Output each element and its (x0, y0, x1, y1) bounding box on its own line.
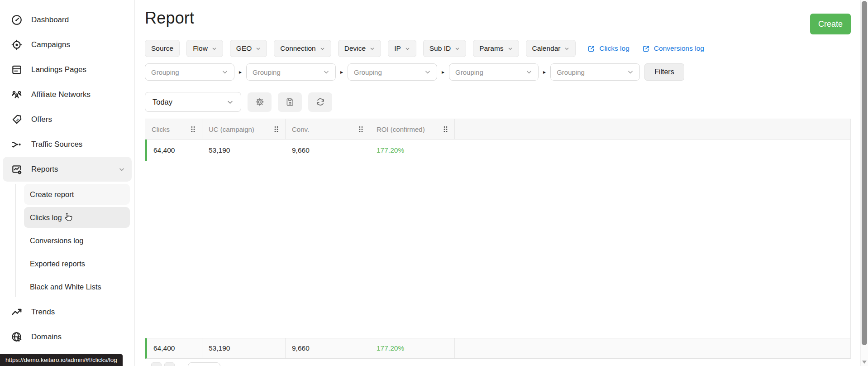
subitem-label: Conversions log (30, 236, 83, 245)
total-clicks: 64,400 (147, 338, 202, 358)
filter-chip-source[interactable]: Source (145, 40, 180, 57)
scrollbar-down-arrow-icon[interactable] (862, 361, 867, 364)
grouping-select-2[interactable]: Grouping (246, 63, 336, 81)
sidebar-item-campaigns[interactable]: Campaigns (3, 32, 132, 57)
column-header-clicks[interactable]: Clicks (145, 119, 202, 139)
report-table: Clicks UC (campaign) Conv. ROI (confirme… (145, 119, 851, 366)
cell-roi-confirmed: 177.20% (370, 146, 455, 154)
filter-chip-connection[interactable]: Connection (274, 40, 331, 57)
trends-icon (11, 306, 23, 318)
reports-submenu: Create report Clicks log Conversions log… (15, 184, 130, 297)
drag-handle-icon[interactable] (191, 126, 196, 133)
chevron-down-icon (455, 46, 460, 51)
sidebar-item-label: Dashboard (31, 15, 69, 24)
pagination-next-button[interactable] (164, 362, 175, 366)
create-button[interactable]: Create (810, 14, 851, 34)
sidebar-subitem-exported-reports[interactable]: Exported reports (24, 253, 130, 274)
date-range-value: Today (153, 98, 172, 106)
column-header-conv[interactable]: Conv. (286, 119, 370, 139)
chip-label: Flow (193, 44, 208, 53)
sidebar-item-label: Traffic Sources (31, 140, 82, 149)
filter-chip-params[interactable]: Params (473, 40, 519, 57)
grouping-separator: ▸ (340, 69, 343, 75)
sidebar-subitem-create-report[interactable]: Create report (24, 184, 130, 205)
chevron-down-icon (564, 46, 569, 51)
total-filler (455, 338, 850, 358)
grouping-select-1[interactable]: Grouping (145, 63, 234, 81)
settings-button[interactable] (248, 92, 272, 112)
sidebar-subitem-conversions-log[interactable]: Conversions log (24, 230, 130, 251)
total-conv: 9,660 (286, 338, 370, 358)
chip-label: Source (151, 44, 173, 53)
filter-chip-sub-id[interactable]: Sub ID (423, 40, 466, 57)
sidebar-subitem-black-and-white-lists[interactable]: Black and White Lists (24, 276, 130, 297)
clicks-log-link[interactable]: Clicks log (587, 44, 629, 53)
sidebar-item-landings-pages[interactable]: Landings Pages (3, 57, 132, 82)
column-label: Clicks (152, 125, 170, 133)
table-footer-totals: 64,400 53,190 9,660 177.20% (145, 338, 851, 359)
sidebar-item-traffic-sources[interactable]: Traffic Sources (3, 132, 132, 157)
grouping-separator: ▸ (239, 69, 242, 75)
sidebar-item-dashboard[interactable]: Dashboard (3, 7, 132, 32)
filter-chip-ip[interactable]: IP (388, 40, 416, 57)
external-link-icon (587, 45, 595, 53)
vertical-scrollbar[interactable] (860, 0, 868, 366)
pagination-row (151, 362, 851, 366)
chip-label: Device (344, 44, 366, 53)
sidebar-item-trends[interactable]: Trends (3, 299, 132, 324)
grouping-select-3[interactable]: Grouping (348, 63, 437, 81)
chip-label: Params (479, 44, 503, 53)
save-report-button[interactable] (278, 92, 302, 112)
date-range-select[interactable]: Today (145, 92, 241, 112)
column-header-uc-campaign[interactable]: UC (campaign) (202, 119, 286, 139)
chevron-down-icon (320, 46, 325, 51)
filter-chip-device[interactable]: Device (338, 40, 381, 57)
external-link-icon (642, 45, 650, 53)
chip-label: Sub ID (429, 44, 451, 53)
drag-handle-icon[interactable] (443, 126, 448, 133)
domains-icon (11, 331, 23, 343)
drag-handle-icon[interactable] (274, 126, 279, 133)
filter-chips-row: Source Flow GEO Connection Device IP Sub… (145, 40, 860, 57)
filter-chip-calendar[interactable]: Calendar (526, 40, 576, 57)
hand-cursor-icon (62, 212, 74, 224)
pagination-prev-button[interactable] (151, 362, 162, 366)
landing-pages-icon (11, 64, 23, 76)
toolbar-row: Today (145, 92, 860, 112)
chevron-down-icon (405, 46, 410, 51)
filters-button[interactable]: Filters (644, 63, 684, 81)
table-row[interactable]: 64,400 53,190 9,660 177.20% (145, 140, 851, 161)
sidebar-item-domains[interactable]: Domains (3, 324, 132, 349)
sidebar-item-label: Trends (31, 308, 55, 317)
grouping-select-4[interactable]: Grouping (449, 63, 539, 81)
filter-chip-flow[interactable]: Flow (186, 40, 223, 57)
cell-clicks: 64,400 (147, 146, 202, 154)
grouping-placeholder: Grouping (354, 68, 382, 76)
chip-label: Calendar (532, 44, 561, 53)
sidebar-item-label: Domains (31, 332, 62, 342)
scrollbar-thumb[interactable] (862, 1, 867, 345)
column-header-roi-confirmed[interactable]: ROI (confirmed) (370, 119, 455, 139)
sidebar-item-label: Reports (31, 165, 58, 174)
chevron-down-icon (370, 46, 375, 51)
chevron-down-icon (323, 69, 329, 75)
grouping-placeholder: Grouping (151, 68, 179, 76)
cell-conv: 9,660 (286, 146, 370, 154)
campaigns-icon (11, 39, 23, 51)
subitem-label: Black and White Lists (30, 283, 101, 291)
sidebar-item-reports[interactable]: Reports (3, 157, 132, 182)
refresh-button[interactable] (308, 92, 332, 112)
filter-chip-geo[interactable]: GEO (230, 40, 267, 57)
chevron-down-icon (227, 99, 234, 106)
cell-uc-campaign: 53,190 (202, 146, 286, 154)
grouping-placeholder: Grouping (455, 68, 483, 76)
sidebar-subitem-clicks-log[interactable]: Clicks log (24, 207, 130, 228)
column-label: UC (campaign) (209, 125, 254, 133)
sidebar-item-offers[interactable]: $ Offers (3, 107, 132, 132)
conversions-log-link[interactable]: Conversions log (642, 44, 704, 53)
page-size-select[interactable] (188, 362, 220, 366)
dashboard-icon (11, 14, 23, 26)
drag-handle-icon[interactable] (358, 126, 363, 133)
grouping-select-5[interactable]: Grouping (550, 63, 640, 81)
sidebar-item-affiliate-networks[interactable]: Affiliate Networks (3, 82, 132, 107)
